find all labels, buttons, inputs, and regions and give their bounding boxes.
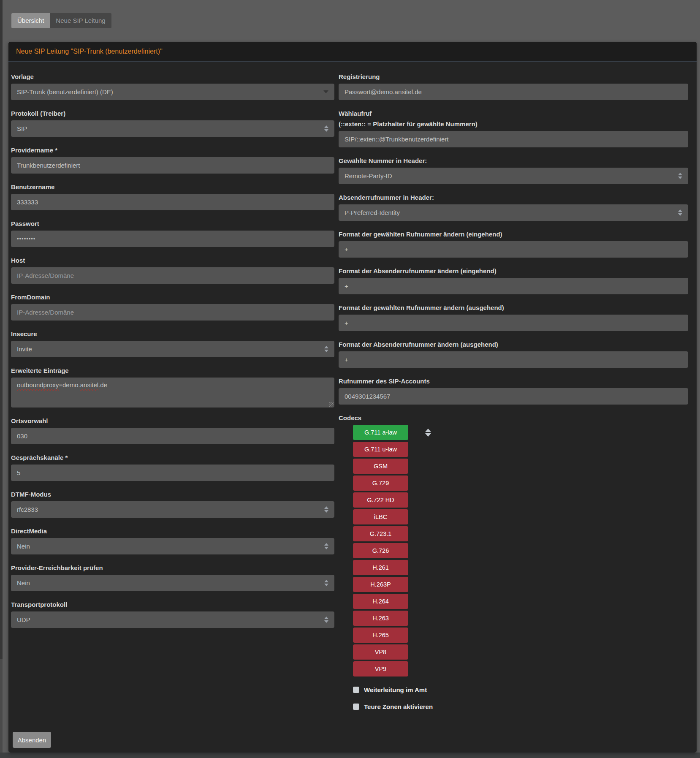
field-format-gewaehlt-eingehend: Format der gewählten Rufnummer ändern (e… (339, 231, 688, 258)
registrierung-value: Passwort@demo.ansitel.de (345, 88, 422, 95)
field-format-absender-ausgehend: Format der Absenderrufnummer ändern (aus… (339, 341, 688, 368)
gespraechskanaele-input[interactable]: 5 (11, 465, 334, 481)
transportprotokoll-label: Transportprotokoll (11, 601, 334, 609)
format-gewaehlt-eingehend-value: + (345, 246, 348, 253)
field-waehlaufruf: Wählaufruf (::exten:: = Platzhalter für … (339, 110, 688, 147)
format-absender-ausgehend-input[interactable]: + (339, 351, 688, 368)
codec-h263[interactable]: H.263 (353, 611, 408, 626)
benutzername-input[interactable]: 333333 (11, 194, 334, 210)
field-erweiterte-eintraege: Erweiterte Einträge outboundproxy=demo.a… (11, 367, 334, 408)
teure-zonen-checkbox[interactable] (353, 704, 359, 710)
field-provider-erreichbarkeit: Provider-Erreichbarkeit prüfen Nein (11, 564, 334, 591)
directmedia-value: Nein (17, 543, 30, 550)
absenden-button[interactable]: Absenden (13, 732, 51, 748)
absenderrufnummer-header-select[interactable]: P-Preferred-Identity (339, 204, 688, 221)
codec-row-selected: G.711 a-law (353, 425, 688, 442)
codec-vp8[interactable]: VP8 (353, 644, 408, 660)
transportprotokoll-select[interactable]: UDP (11, 611, 334, 628)
codec-h261[interactable]: H.261 (353, 560, 408, 575)
host-label: Host (11, 257, 334, 264)
tab-bar: Übersicht Neue SIP Leitung (11, 13, 111, 28)
format-absender-eingehend-input[interactable]: + (339, 278, 688, 294)
tab-neue-sip-leitung[interactable]: Neue SIP Leitung (50, 13, 111, 28)
codec-g722hd[interactable]: G.722 HD (353, 492, 408, 508)
format-gewaehlt-ausgehend-label: Format der gewählten Rufnummer ändern (a… (339, 304, 688, 312)
form-body: Vorlage SIP-Trunk (benutzerdefiniert) (D… (8, 62, 697, 720)
checkbox-row-teure-zonen: Teure Zonen aktivieren (353, 703, 688, 710)
protokoll-label: Protokoll (Treiber) (11, 110, 334, 117)
left-scrollbar-thumb[interactable] (0, 0, 3, 659)
format-gewaehlt-ausgehend-input[interactable]: + (339, 315, 688, 331)
vorlage-select[interactable]: SIP-Trunk (benutzerdefiniert) (DE) (11, 84, 334, 100)
codec-h264[interactable]: H.264 (353, 594, 408, 609)
insecure-select[interactable]: Invite (11, 341, 334, 357)
providername-input[interactable]: Trunkbenutzerdefiniert (11, 157, 334, 174)
passwort-input[interactable]: •••••••• (11, 231, 334, 247)
gespraechskanaele-label: Gesprächskanäle * (11, 454, 334, 462)
textarea-resize-handle[interactable] (329, 402, 334, 407)
codecs-label: Codecs (339, 414, 688, 422)
codec-g7231[interactable]: G.723.1 (353, 526, 408, 541)
waehlaufruf-input[interactable]: SIP/::exten::@Trunkbenutzerdefiniert (339, 131, 688, 147)
passwort-label: Passwort (11, 220, 334, 228)
field-directmedia: DirectMedia Nein (11, 527, 334, 554)
gewaehlte-nummer-header-select[interactable]: Remote-Party-ID (339, 168, 688, 184)
benutzername-value: 333333 (17, 198, 38, 206)
waehlaufruf-label: Wählaufruf (339, 110, 688, 117)
checkbox-row-weiterleitung: Weiterleitung im Amt (353, 686, 688, 693)
codec-g729[interactable]: G.729 (353, 475, 408, 491)
provider-erreichbarkeit-select[interactable]: Nein (11, 575, 334, 591)
absenderrufnummer-header-value: P-Preferred-Identity (345, 209, 400, 216)
codec-g711-ulaw[interactable]: G.711 u-law (353, 442, 408, 457)
absenderrufnummer-header-label: Absenderrufnummer in Header: (339, 194, 688, 201)
left-scrollbar-track[interactable] (0, 0, 3, 758)
field-ortsvorwahl: Ortsvorwahl 030 (11, 417, 334, 444)
updown-arrows-icon (678, 209, 682, 216)
tab-uebersicht[interactable]: Übersicht (11, 13, 50, 28)
fromdomain-input[interactable]: IP-Adresse/Domäne (11, 304, 334, 321)
codec-vp9[interactable]: VP9 (353, 661, 408, 676)
dtmf-modus-select[interactable]: rfc2833 (11, 501, 334, 518)
erweiterte-eintraege-textarea[interactable]: outboundproxy=demo.ansitel.de (11, 378, 334, 408)
codec-ilbc[interactable]: iLBC (353, 509, 408, 524)
updown-arrows-icon (324, 617, 328, 623)
updown-arrows-icon (324, 543, 328, 549)
passwort-value: •••••••• (17, 236, 35, 242)
transportprotokoll-value: UDP (17, 616, 30, 623)
weiterleitung-im-amt-checkbox[interactable] (353, 687, 359, 693)
codec-h263p[interactable]: H.263P (353, 577, 408, 592)
sort-updown-icon[interactable] (425, 429, 431, 437)
insecure-value: Invite (17, 345, 32, 353)
sip-rufnummer-input[interactable]: 0049301234567 (339, 388, 688, 405)
form-column-right: Registrierung Passwort@demo.ansitel.de W… (339, 73, 688, 720)
erweiterte-eintraege-label: Erweiterte Einträge (11, 367, 334, 375)
ortsvorwahl-input[interactable]: 030 (11, 428, 334, 444)
provider-erreichbarkeit-value: Nein (17, 579, 30, 587)
format-gewaehlt-eingehend-input[interactable]: + (339, 241, 688, 258)
directmedia-select[interactable]: Nein (11, 538, 334, 554)
field-passwort: Passwort •••••••• (11, 220, 334, 247)
gewaehlte-nummer-header-value: Remote-Party-ID (345, 172, 392, 179)
field-benutzername: Benutzername 333333 (11, 183, 334, 210)
host-placeholder: IP-Adresse/Domäne (17, 272, 74, 279)
protokoll-select[interactable]: SIP (11, 120, 334, 137)
updown-arrows-icon (324, 346, 328, 352)
codec-g711-alaw[interactable]: G.711 a-law (353, 425, 408, 440)
insecure-label: Insecure (11, 330, 334, 338)
sip-rufnummer-value: 0049301234567 (345, 393, 390, 400)
updown-arrows-icon (324, 506, 328, 513)
form-column-left: Vorlage SIP-Trunk (benutzerdefiniert) (D… (11, 73, 334, 720)
registrierung-input[interactable]: Passwort@demo.ansitel.de (339, 84, 688, 100)
waehlaufruf-sublabel: (::exten:: = Platzhalter für gewählte Nu… (339, 120, 688, 128)
codec-h265[interactable]: H.265 (353, 628, 408, 643)
vorlage-label: Vorlage (11, 73, 334, 81)
field-dtmf-modus: DTMF-Modus rfc2833 (11, 491, 334, 518)
dtmf-modus-label: DTMF-Modus (11, 491, 334, 498)
codec-list: G.711 a-law G.711 u-law GSM G.729 G.722 … (353, 425, 688, 676)
waehlaufruf-value: SIP/::exten::@Trunkbenutzerdefiniert (345, 136, 448, 143)
field-host: Host IP-Adresse/Domäne (11, 257, 334, 284)
host-input[interactable]: IP-Adresse/Domäne (11, 267, 334, 284)
codec-gsm[interactable]: GSM (353, 459, 408, 474)
protokoll-value: SIP (17, 125, 27, 132)
codec-g726[interactable]: G.726 (353, 543, 408, 558)
